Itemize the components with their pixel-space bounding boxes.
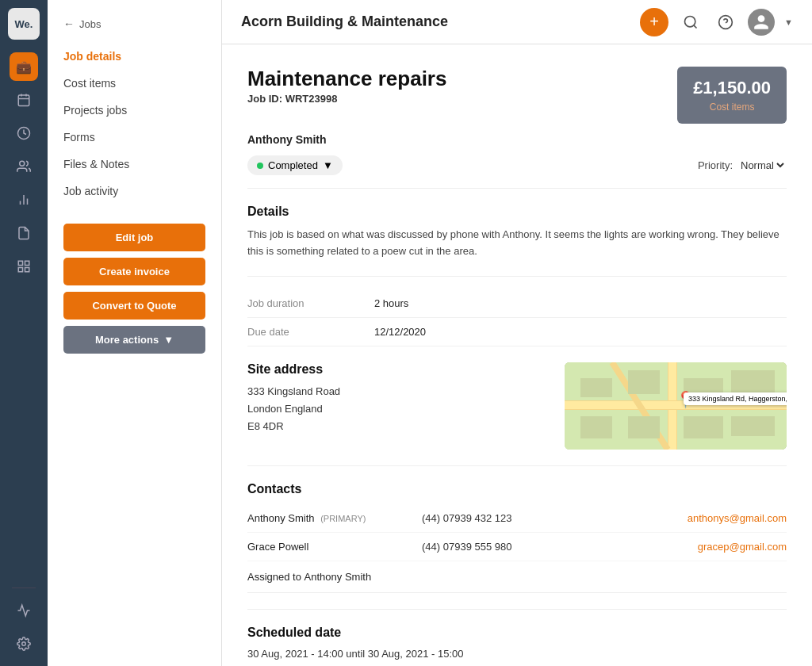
contact-2-phone: (44) 07939 555 980 xyxy=(422,541,698,553)
details-section-title: Details xyxy=(247,205,787,219)
avatar[interactable] xyxy=(748,9,775,36)
scheduled-value: 30 Aug, 2021 - 14:00 until 30 Aug, 2021 … xyxy=(247,648,787,660)
briefcase-icon[interactable]: 💼 xyxy=(10,52,38,81)
job-id-value: WRT23998 xyxy=(285,93,338,105)
more-actions-label: More actions xyxy=(95,334,159,346)
status-dot xyxy=(257,163,263,169)
detail-due-row: Due date 12/12/2020 xyxy=(247,318,787,346)
svg-rect-27 xyxy=(731,370,775,394)
help-icon[interactable] xyxy=(713,10,738,35)
contacts-title: Contacts xyxy=(247,482,787,496)
contact-row-2: Grace Powell (44) 07939 555 980 gracep@g… xyxy=(247,533,787,561)
nav-item-job-activity[interactable]: Job activity xyxy=(48,178,221,205)
nav-item-forms[interactable]: Forms xyxy=(48,124,221,151)
nav-item-job-details[interactable]: Job details xyxy=(48,43,221,70)
details-description: This job is based on what was discussed … xyxy=(247,227,787,260)
back-arrow-icon: ← xyxy=(63,17,75,30)
svg-line-15 xyxy=(694,25,697,28)
priority-select[interactable]: Normal High Low xyxy=(737,159,787,172)
assigned-row: Assigned to Anthony Smith xyxy=(247,561,787,593)
site-info: Site address 333 Kingsland Road London E… xyxy=(247,362,546,435)
users-icon[interactable] xyxy=(10,152,38,181)
contact-2-name: Grace Powell xyxy=(247,541,422,553)
add-button[interactable]: + xyxy=(640,8,668,36)
scheduled-title: Scheduled date xyxy=(247,626,787,640)
svg-point-5 xyxy=(20,161,25,166)
priority-section: Priority: Normal High Low xyxy=(698,159,787,172)
due-value: 12/12/2020 xyxy=(374,326,426,338)
map-tooltip: 333 Kingsland Rd, Haggerston, London... xyxy=(684,392,787,405)
site-address: 333 Kingsland Road London England E8 4DR xyxy=(247,383,546,435)
site-line1: 333 Kingsland Road xyxy=(247,383,546,400)
convert-to-quote-button[interactable]: Convert to Quote xyxy=(63,292,205,320)
svg-rect-29 xyxy=(628,416,660,438)
top-header: Acorn Building & Maintenance + ▼ xyxy=(222,0,812,44)
grid-icon[interactable] xyxy=(10,252,38,281)
contact-1-phone: (44) 07939 432 123 xyxy=(422,512,688,524)
cost-box: £1,150.00 Cost items xyxy=(677,67,787,124)
create-invoice-button[interactable]: Create invoice xyxy=(63,258,205,285)
svg-point-13 xyxy=(22,642,26,646)
content-area: Maintenance repairs Job ID: WRT23998 £1,… xyxy=(222,44,812,666)
clock-icon[interactable] xyxy=(10,119,38,147)
nav-item-files-notes[interactable]: Files & Notes xyxy=(48,151,221,178)
site-section: Site address 333 Kingsland Road London E… xyxy=(247,346,787,466)
status-badge[interactable]: Completed ▼ xyxy=(247,155,343,175)
cost-amount: £1,150.00 xyxy=(693,78,771,98)
due-label: Due date xyxy=(247,326,374,338)
settings-icon[interactable] xyxy=(10,630,38,658)
site-line2: London England xyxy=(247,400,546,418)
search-icon[interactable] xyxy=(678,10,703,35)
contacts-section: Contacts Anthony Smith (PRIMARY) (44) 07… xyxy=(247,466,787,610)
scheduled-section: Scheduled date 30 Aug, 2021 - 14:00 unti… xyxy=(247,610,787,666)
analytics2-icon[interactable] xyxy=(10,596,38,625)
svg-rect-10 xyxy=(25,261,29,265)
edit-job-button[interactable]: Edit job xyxy=(63,224,205,251)
chart-icon[interactable] xyxy=(10,186,38,214)
svg-rect-12 xyxy=(25,268,29,272)
detail-duration-row: Job duration 2 hours xyxy=(247,289,787,318)
svg-rect-28 xyxy=(580,416,612,438)
svg-rect-31 xyxy=(731,416,775,436)
site-line3: E8 4DR xyxy=(247,418,546,435)
assigned-label: Assigned to xyxy=(247,571,301,583)
contact-2-email[interactable]: gracep@gmail.com xyxy=(698,541,787,553)
svg-rect-9 xyxy=(18,261,22,265)
back-label: Jobs xyxy=(79,18,101,30)
map-background: 📍 333 Kingsland Rd, Haggerston, London..… xyxy=(565,362,787,450)
avatar-chevron-icon[interactable]: ▼ xyxy=(784,17,793,27)
svg-rect-30 xyxy=(684,416,723,438)
priority-label: Priority: xyxy=(698,159,733,171)
job-id-label: Job ID: xyxy=(247,93,282,105)
duration-label: Job duration xyxy=(247,297,374,309)
svg-point-14 xyxy=(685,16,695,26)
back-to-jobs[interactable]: ← Jobs xyxy=(48,13,221,35)
client-name: Anthony Smith xyxy=(247,133,787,146)
company-name: Acorn Building & Maintenance xyxy=(241,13,627,30)
nav-item-cost-items[interactable]: Cost items xyxy=(48,70,221,97)
nav-item-projects-jobs[interactable]: Projects jobs xyxy=(48,97,221,124)
job-title: Maintenance repairs xyxy=(247,67,446,91)
site-map[interactable]: 📍 333 Kingsland Rd, Haggerston, London..… xyxy=(565,362,787,450)
header-icons: + ▼ xyxy=(640,8,793,36)
chevron-down-icon: ▼ xyxy=(163,334,174,346)
assigned-to: Anthony Smith xyxy=(304,571,372,583)
job-title-section: Maintenance repairs Job ID: WRT23998 xyxy=(247,67,446,105)
action-buttons: Edit job Create invoice Convert to Quote… xyxy=(48,211,221,366)
svg-rect-0 xyxy=(18,95,29,106)
status-label: Completed xyxy=(268,159,318,171)
more-actions-button[interactable]: More actions ▼ xyxy=(63,326,205,354)
calendar-icon[interactable] xyxy=(10,86,38,114)
contact-1-email[interactable]: anthonys@gmail.com xyxy=(688,512,787,524)
contact-1-name: Anthony Smith (PRIMARY) xyxy=(247,512,422,524)
status-chevron-icon: ▼ xyxy=(323,159,333,171)
job-header: Maintenance repairs Job ID: WRT23998 £1,… xyxy=(247,67,787,124)
cost-items-link[interactable]: Cost items xyxy=(693,101,771,113)
site-section-title: Site address xyxy=(247,362,546,377)
main-area: Acorn Building & Maintenance + ▼ Mainten… xyxy=(222,0,812,666)
svg-rect-11 xyxy=(18,268,22,272)
duration-value: 2 hours xyxy=(374,297,408,309)
status-row: Completed ▼ Priority: Normal High Low xyxy=(247,155,787,189)
app-logo: We. xyxy=(8,8,40,40)
document-icon[interactable] xyxy=(10,219,38,247)
